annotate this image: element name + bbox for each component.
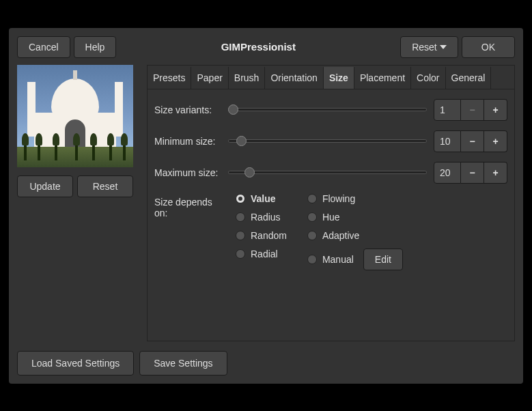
- tab-orientation[interactable]: Orientation: [265, 67, 323, 89]
- size-variants-input[interactable]: [434, 99, 461, 121]
- update-button[interactable]: Update: [17, 175, 73, 197]
- size-variants-plus-button[interactable]: +: [484, 99, 507, 121]
- reset-label: Reset: [412, 42, 437, 53]
- ok-button[interactable]: OK: [462, 36, 515, 58]
- plus-icon: +: [492, 136, 498, 147]
- radio-icon: [307, 212, 317, 222]
- minus-icon: −: [469, 104, 475, 115]
- maximum-size-plus-button[interactable]: +: [484, 162, 507, 184]
- minimum-size-input[interactable]: [434, 130, 461, 152]
- radio-adaptive[interactable]: Adaptive: [307, 230, 403, 241]
- radio-radius[interactable]: Radius: [236, 212, 287, 223]
- minus-icon: −: [469, 136, 475, 147]
- radio-random[interactable]: Random: [236, 230, 287, 241]
- tab-presets[interactable]: Presets: [148, 67, 191, 89]
- size-variants-label: Size variants:: [154, 104, 221, 115]
- radio-adaptive-label: Adaptive: [322, 230, 359, 241]
- radio-value-label: Value: [251, 193, 276, 204]
- tab-color[interactable]: Color: [411, 67, 445, 89]
- plus-icon: +: [492, 167, 498, 178]
- preview-image: [17, 65, 133, 167]
- cancel-button[interactable]: Cancel: [17, 36, 70, 58]
- radio-manual[interactable]: ManualEdit: [307, 249, 403, 270]
- radio-manual-label: Manual: [322, 254, 354, 265]
- minimum-size-minus-button[interactable]: −: [461, 130, 484, 152]
- radio-flowing-label: Flowing: [322, 193, 355, 204]
- size-variants-slider[interactable]: [228, 103, 427, 117]
- reset-dropdown-button[interactable]: Reset: [400, 36, 458, 58]
- preview-reset-button[interactable]: Reset: [77, 175, 133, 197]
- radio-icon: [236, 194, 245, 203]
- tab-general[interactable]: General: [446, 67, 492, 89]
- size-depends-label: Size depends on:: [154, 193, 226, 270]
- maximum-size-input[interactable]: [434, 162, 461, 184]
- edit-button[interactable]: Edit: [363, 249, 403, 270]
- tab-bar: Presets Paper Brush Orientation Size Pla…: [148, 67, 514, 89]
- minimum-size-slider[interactable]: [228, 134, 427, 148]
- radio-radial[interactable]: Radial: [236, 249, 287, 259]
- dialog-title: GIMPressionist: [116, 41, 400, 53]
- plus-icon: +: [492, 104, 498, 115]
- radio-icon: [307, 255, 317, 264]
- load-settings-button[interactable]: Load Saved Settings: [17, 351, 134, 375]
- maximum-size-slider[interactable]: [228, 166, 427, 180]
- radio-icon: [307, 194, 317, 203]
- radio-icon: [236, 212, 245, 222]
- minus-icon: −: [469, 167, 475, 178]
- radio-random-label: Random: [251, 230, 287, 241]
- radio-icon: [236, 231, 245, 240]
- tab-placement[interactable]: Placement: [354, 67, 411, 89]
- radio-flowing[interactable]: Flowing: [307, 193, 403, 204]
- dialog: Cancel Help GIMPressionist Reset OK: [9, 28, 523, 384]
- radio-hue[interactable]: Hue: [307, 212, 403, 223]
- size-variants-minus-button[interactable]: −: [461, 99, 484, 121]
- maximum-size-minus-button[interactable]: −: [461, 162, 484, 184]
- help-button[interactable]: Help: [74, 36, 117, 58]
- maximum-size-label: Maximum size:: [154, 167, 221, 178]
- tab-brush[interactable]: Brush: [229, 67, 266, 89]
- radio-icon: [236, 249, 245, 259]
- radio-radius-label: Radius: [251, 212, 281, 223]
- header: Cancel Help GIMPressionist Reset OK: [17, 36, 515, 58]
- radio-hue-label: Hue: [322, 212, 340, 223]
- radio-value[interactable]: Value: [236, 193, 287, 204]
- tab-paper[interactable]: Paper: [191, 67, 228, 89]
- radio-icon: [307, 231, 317, 240]
- radio-radial-label: Radial: [251, 249, 278, 259]
- save-settings-button[interactable]: Save Settings: [139, 351, 227, 375]
- minimum-size-label: Minimum size:: [154, 136, 221, 147]
- minimum-size-plus-button[interactable]: +: [484, 130, 507, 152]
- tab-size[interactable]: Size: [324, 67, 354, 89]
- chevron-down-icon: [440, 45, 447, 49]
